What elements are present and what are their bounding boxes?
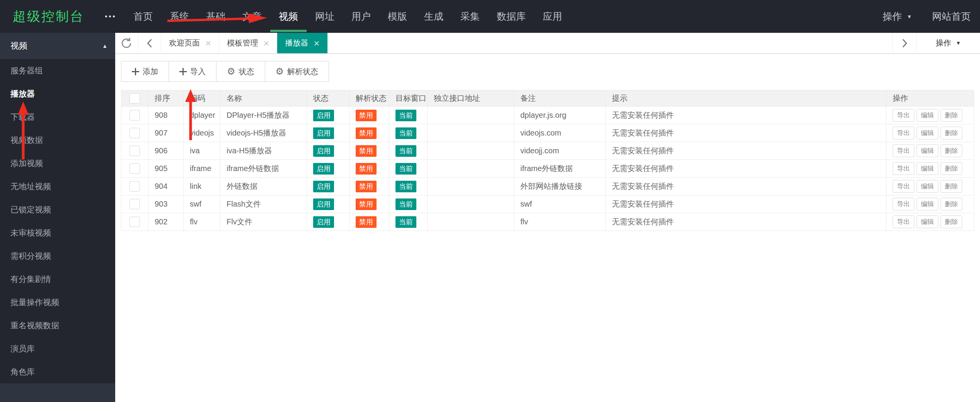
tab-3[interactable]: 播放器× — [277, 33, 327, 53]
nav-item-5[interactable]: 视频 — [270, 0, 307, 33]
code-cell: videojs — [184, 124, 220, 142]
delete-button[interactable]: 删除 — [941, 198, 962, 210]
target-window-badge[interactable]: 当前 — [395, 127, 416, 139]
status-badge[interactable]: 启用 — [313, 145, 334, 157]
delete-button[interactable]: 删除 — [941, 162, 962, 175]
delete-button[interactable]: 删除 — [941, 109, 962, 122]
site-home-link[interactable]: 网站首页 — [932, 10, 971, 23]
sidebar-item-7[interactable]: 已锁定视频 — [0, 198, 115, 221]
export-button[interactable]: 导出 — [893, 162, 914, 175]
nav-item-10[interactable]: 采集 — [452, 0, 488, 33]
export-button[interactable]: 导出 — [893, 109, 914, 122]
collapse-up-icon[interactable]: ▲ — [102, 33, 107, 59]
edit-button[interactable]: 编辑 — [917, 180, 938, 193]
export-button[interactable]: 导出 — [893, 215, 914, 228]
nav-item-12[interactable]: 应用 — [534, 0, 571, 33]
delete-button[interactable]: 删除 — [941, 127, 962, 139]
row-checkbox[interactable] — [130, 181, 140, 192]
edit-button[interactable]: 编辑 — [917, 198, 938, 210]
status-badge[interactable]: 启用 — [313, 198, 334, 210]
sidebar-item-11[interactable]: 批量操作视频 — [0, 291, 115, 314]
sidebar-item-8[interactable]: 未审核视频 — [0, 221, 115, 244]
row-checkbox[interactable] — [130, 217, 140, 227]
status-badge[interactable]: 启用 — [313, 216, 334, 228]
sidebar-item-4[interactable]: 视频数据 — [0, 129, 115, 152]
target-window-badge[interactable]: 当前 — [395, 181, 416, 192]
tab-ops-dropdown[interactable]: 操作 ▼ — [916, 33, 980, 53]
edit-button[interactable]: 编辑 — [917, 215, 938, 228]
nav-item-7[interactable]: 用户 — [343, 0, 379, 33]
nav-item-11[interactable]: 数据库 — [488, 0, 534, 33]
status-badge[interactable]: 启用 — [313, 127, 334, 139]
close-icon[interactable]: × — [314, 38, 319, 48]
parse-status-badge[interactable]: 禁用 — [356, 181, 377, 192]
target-window-badge[interactable]: 当前 — [395, 198, 416, 210]
close-icon[interactable]: × — [205, 38, 211, 48]
target-window-badge[interactable]: 当前 — [395, 216, 416, 228]
parse-status-badge[interactable]: 禁用 — [356, 145, 377, 157]
sidebar-item-13[interactable]: 演员库 — [0, 337, 115, 360]
parse-status-badge-cell: 禁用 — [349, 178, 389, 195]
sidebar-item-3[interactable]: 下载器 — [0, 105, 115, 129]
delete-button[interactable]: 删除 — [941, 215, 962, 228]
target-window-badge[interactable]: 当前 — [395, 163, 416, 175]
select-all-checkbox[interactable] — [130, 93, 140, 103]
row-checkbox[interactable] — [130, 199, 140, 209]
nav-ops-dropdown[interactable]: 操作 ▼ — [883, 10, 912, 23]
tabs-scroll-right-button[interactable] — [892, 33, 916, 53]
nav-item-8[interactable]: 模版 — [379, 0, 416, 33]
export-button[interactable]: 导出 — [893, 144, 914, 157]
sidebar-item-5[interactable]: 添加视频 — [0, 152, 115, 175]
refresh-button[interactable] — [115, 33, 138, 53]
status-badge[interactable]: 启用 — [313, 181, 334, 192]
edit-button[interactable]: 编辑 — [917, 127, 938, 139]
status-badge[interactable]: 启用 — [313, 110, 334, 121]
edit-button[interactable]: 编辑 — [917, 162, 938, 175]
parse-status-badge[interactable]: 禁用 — [356, 110, 377, 121]
export-button[interactable]: 导出 — [893, 198, 914, 210]
tab-1[interactable]: 欢迎页面× — [161, 33, 219, 53]
close-icon[interactable]: × — [263, 38, 269, 48]
nav-item-3[interactable]: 基础 — [198, 0, 234, 33]
column-header-3: 名称 — [220, 90, 307, 107]
target-window-badge[interactable]: 当前 — [395, 110, 416, 121]
sidebar-item-12[interactable]: 重名视频数据 — [0, 314, 115, 337]
tabs-scroll-left-button[interactable] — [138, 33, 161, 53]
row-checkbox[interactable] — [130, 110, 140, 120]
toolbar-button-1[interactable]: 添加 — [121, 61, 169, 82]
tab-2[interactable]: 模板管理× — [219, 33, 277, 53]
row-checkbox[interactable] — [130, 163, 140, 174]
sidebar-item-10[interactable]: 有分集剧情 — [0, 268, 115, 291]
sidebar-header[interactable]: 视频 ▲ — [0, 33, 115, 59]
parse-status-badge-cell: 禁用 — [349, 160, 389, 178]
delete-button[interactable]: 删除 — [941, 144, 962, 157]
export-button[interactable]: 导出 — [893, 180, 914, 193]
nav-item-9[interactable]: 生成 — [416, 0, 452, 33]
sidebar-item-14[interactable]: 角色库 — [0, 360, 115, 383]
nav-item-4[interactable]: 文章 — [234, 0, 270, 33]
parse-status-badge[interactable]: 禁用 — [356, 163, 377, 175]
toolbar-button-3[interactable]: ⚙状态 — [216, 61, 265, 82]
sidebar-item-1[interactable]: 服务器组 — [0, 59, 115, 82]
status-badge[interactable]: 启用 — [313, 163, 334, 175]
target-window-badge[interactable]: 当前 — [395, 145, 416, 157]
row-checkbox[interactable] — [130, 146, 140, 156]
parse-status-badge[interactable]: 禁用 — [356, 216, 377, 228]
toolbar-button-label: 导入 — [190, 66, 206, 77]
parse-status-badge[interactable]: 禁用 — [356, 127, 377, 139]
sidebar-item-2[interactable]: 播放器 — [0, 82, 115, 105]
more-dots-icon[interactable] — [105, 15, 115, 17]
row-checkbox[interactable] — [130, 128, 140, 138]
delete-button[interactable]: 删除 — [941, 180, 962, 193]
nav-item-1[interactable]: 首页 — [125, 0, 161, 33]
toolbar-button-2[interactable]: 导入 — [169, 61, 216, 82]
toolbar-button-4[interactable]: ⚙解析状态 — [265, 61, 329, 82]
nav-item-6[interactable]: 网址 — [307, 0, 343, 33]
export-button[interactable]: 导出 — [893, 127, 914, 139]
edit-button[interactable]: 编辑 — [917, 109, 938, 122]
parse-status-badge[interactable]: 禁用 — [356, 198, 377, 210]
edit-button[interactable]: 编辑 — [917, 144, 938, 157]
sidebar-item-6[interactable]: 无地址视频 — [0, 175, 115, 198]
sidebar-item-9[interactable]: 需积分视频 — [0, 244, 115, 268]
nav-item-2[interactable]: 系统 — [161, 0, 198, 33]
